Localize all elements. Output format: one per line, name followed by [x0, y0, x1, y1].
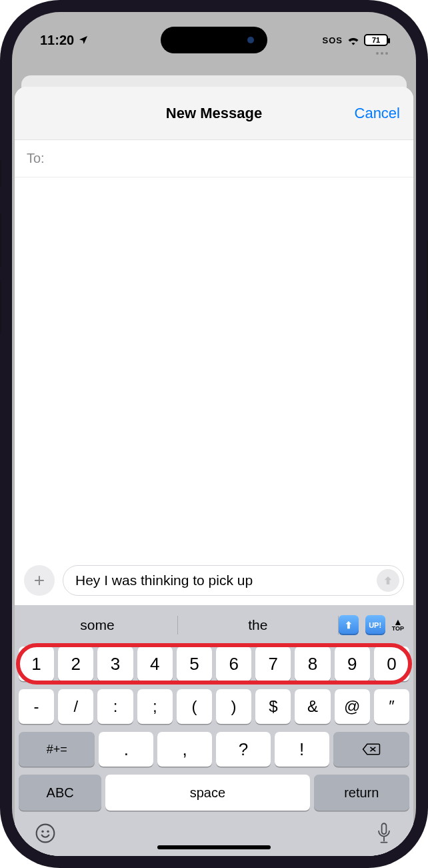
sheet-title: New Message [166, 105, 262, 122]
top-label: TOP [392, 625, 404, 632]
to-field[interactable]: To: [15, 140, 413, 177]
home-indicator[interactable] [157, 845, 271, 849]
svg-point-0 [37, 825, 55, 843]
key-dollar[interactable]: $ [255, 689, 291, 724]
key-9[interactable]: 9 [335, 646, 370, 681]
key-abc[interactable]: ABC [19, 775, 101, 811]
key-space[interactable]: space [105, 775, 309, 811]
sos-indicator: SOS [323, 35, 343, 45]
battery-level: 71 [372, 36, 380, 44]
message-input[interactable]: Hey I was thinking to pick up [63, 565, 404, 596]
svg-point-2 [47, 831, 49, 833]
key-ampersand[interactable]: & [295, 689, 330, 724]
top-shortcut-button[interactable]: ▲TOP [392, 618, 404, 632]
key-question[interactable]: ? [216, 732, 271, 767]
suggestion-2[interactable]: the [178, 617, 338, 633]
location-icon [78, 35, 89, 45]
to-label: To: [27, 151, 45, 166]
volume-up-button [0, 213, 1, 267]
key-6[interactable]: 6 [216, 646, 251, 681]
key-1[interactable]: 1 [19, 646, 54, 681]
punct-row: #+= . , ? ! [15, 728, 413, 771]
key-exclaim[interactable]: ! [275, 732, 329, 767]
key-at[interactable]: @ [335, 689, 370, 724]
message-text: Hey I was thinking to pick up [75, 572, 377, 588]
dictation-button[interactable] [375, 822, 393, 847]
suggestion-1[interactable]: some [17, 617, 177, 633]
key-colon[interactable]: : [97, 689, 133, 724]
bottom-row: ABC space return [15, 771, 413, 815]
symbol-row: - / : ; ( ) $ & @ ″ [15, 685, 413, 728]
key-3[interactable]: 3 [97, 646, 133, 681]
key-7[interactable]: 7 [255, 646, 291, 681]
screen: 11:20 SOS 71 New Message Cancel [12, 12, 416, 856]
new-message-sheet: New Message Cancel To: + Hey I was think… [15, 87, 413, 856]
key-2[interactable]: 2 [58, 646, 93, 681]
key-paren-open[interactable]: ( [177, 689, 212, 724]
clock: 11:20 [40, 33, 74, 48]
send-button[interactable] [377, 569, 399, 592]
arrow-up-icon [382, 574, 394, 586]
key-slash[interactable]: / [58, 689, 93, 724]
emoji-icon [35, 823, 56, 844]
key-more-symbols[interactable]: #+= [19, 732, 95, 767]
iphone-frame: 11:20 SOS 71 New Message Cancel [0, 0, 428, 868]
number-row: 1 2 3 4 5 6 7 8 9 0 [15, 642, 413, 685]
key-semicolon[interactable]: ; [137, 689, 173, 724]
battery-indicator: 71 [364, 34, 388, 46]
key-comma[interactable]: , [157, 732, 212, 767]
plus-icon: + [34, 570, 45, 591]
keyboard: some the ⬆ UP! ▲TOP 1 2 3 4 5 [15, 605, 413, 856]
key-8[interactable]: 8 [295, 646, 330, 681]
cancel-button[interactable]: Cancel [355, 105, 400, 122]
privacy-dots [376, 52, 388, 55]
volume-down-button [0, 280, 1, 334]
svg-rect-3 [382, 823, 387, 834]
compose-bar: + Hey I was thinking to pick up [15, 560, 413, 605]
key-dash[interactable]: - [19, 689, 54, 724]
silence-switch [0, 160, 1, 187]
add-attachment-button[interactable]: + [24, 565, 55, 596]
key-backspace[interactable] [333, 732, 409, 767]
key-0[interactable]: 0 [374, 646, 409, 681]
key-4[interactable]: 4 [137, 646, 173, 681]
up-emoji-button[interactable]: UP! [365, 615, 385, 635]
message-body-area[interactable] [15, 177, 413, 560]
key-paren-close[interactable]: ) [216, 689, 251, 724]
suggestion-bar: some the ⬆ UP! ▲TOP [15, 608, 413, 642]
key-period[interactable]: . [99, 732, 153, 767]
sheet-header: New Message Cancel [15, 87, 413, 140]
key-quote[interactable]: ″ [374, 689, 409, 724]
dynamic-island [161, 27, 267, 53]
backspace-icon [362, 743, 381, 756]
emoji-button[interactable] [35, 823, 56, 847]
key-return[interactable]: return [314, 775, 410, 811]
key-5[interactable]: 5 [177, 646, 212, 681]
arrow-up-emoji-button[interactable]: ⬆ [339, 615, 359, 635]
svg-point-1 [41, 831, 43, 833]
wifi-icon [347, 35, 360, 45]
mic-icon [375, 822, 393, 845]
